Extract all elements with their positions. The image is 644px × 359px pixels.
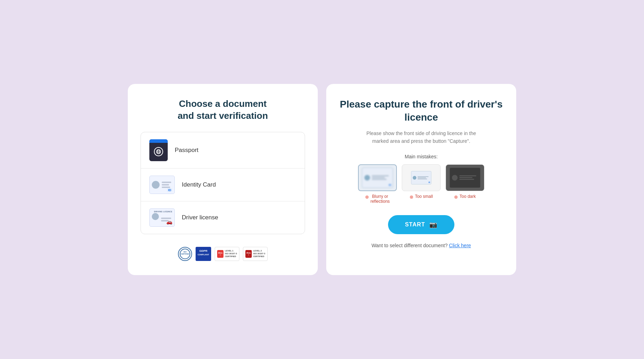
dark-card (449, 168, 481, 188)
left-panel: Choose a document and start verification (128, 84, 318, 275)
dl-car-icon: 🚗 (166, 219, 172, 225)
mistakes-grid: ID ⊗ Blurry or reflections (358, 164, 484, 204)
mistake-image-small: ID (402, 164, 441, 191)
badge-iso-circle: ISO CERTIFIED (178, 247, 192, 261)
badge-gdpr: GDPR COMPLIANT (196, 247, 211, 261)
identity-card-label: Identity Card (182, 181, 216, 188)
badge-iso-level1: iBeta ● LEVEL 1 ISO 30107-3 CERTIFIED (215, 247, 239, 261)
dark-x-icon: ⊗ (454, 194, 458, 200)
mistake-blurry: ID ⊗ Blurry or reflections (358, 164, 397, 204)
svg-text:GDPR: GDPR (199, 249, 207, 252)
dark-avatar (452, 175, 458, 181)
mistakes-label: Main mistakes: (405, 154, 437, 159)
mistake-label-blurry: ⊗ Blurry or reflections (365, 194, 390, 204)
cert-badges: ISO CERTIFIED GDPR COMPLIANT iBeta ● LEV… (178, 247, 268, 261)
id-lines (162, 182, 172, 188)
start-button-label: START (405, 221, 425, 228)
svg-text:COMPLIANT: COMPLIANT (198, 254, 209, 256)
mistake-label-dark: ⊗ Too dark (454, 194, 476, 200)
left-panel-title: Choose a document and start verification (178, 98, 268, 122)
doc-item-passport[interactable]: Passport (141, 132, 305, 169)
doc-item-driver-license[interactable]: DRIVING LICENCE 🚗 Driver license (141, 201, 305, 234)
capture-description: Please show the front side of driving li… (361, 129, 481, 145)
mistake-image-dark (446, 164, 484, 191)
blurry-badge: ID (389, 184, 391, 186)
blurry-card: ID (362, 168, 393, 188)
id-card-icon: ID (149, 176, 175, 194)
passport-label: Passport (175, 147, 198, 154)
right-panel-title: Please capture the front of driver's lic… (339, 98, 503, 124)
start-button[interactable]: START 📷 (388, 215, 454, 234)
mistake-label-small: ⊗ Too small (410, 194, 433, 200)
mistake-image-blurry: ID (358, 164, 397, 191)
dark-lines (459, 175, 478, 180)
blurry-x-icon: ⊗ (365, 194, 369, 200)
badge-iso-level2: iBeta ● LEVEL 2 ISO 30107-3 CERTIFIED (243, 247, 268, 261)
svg-text:ISO: ISO (184, 251, 187, 253)
svg-text:CERTIFIED: CERTIFIED (181, 253, 190, 255)
blurry-avatar (364, 175, 370, 181)
camera-icon: 📷 (429, 221, 437, 229)
id-badge: ID (167, 188, 172, 192)
document-list: Passport ID Identity Card (141, 132, 305, 234)
passport-globe (154, 147, 163, 156)
passport-icon (149, 139, 168, 161)
dl-avatar (152, 213, 159, 220)
select-different-label: Want to select different document? (371, 243, 448, 248)
select-different-text: Want to select different document? Click… (371, 243, 471, 248)
small-x-icon: ⊗ (410, 194, 413, 200)
app-container: Choose a document and start verification (128, 84, 516, 275)
click-here-link[interactable]: Click here (449, 243, 471, 248)
small-avatar (413, 176, 416, 180)
driver-license-icon: DRIVING LICENCE 🚗 (149, 208, 175, 227)
mistake-too-small: ID ⊗ Too small (402, 164, 441, 204)
mistake-too-dark: ⊗ Too dark (446, 164, 484, 204)
small-lines (418, 176, 430, 179)
blurry-lines (372, 175, 390, 180)
driver-license-label: Driver license (182, 214, 218, 221)
small-card: ID (411, 171, 431, 184)
doc-item-identity-card[interactable]: ID Identity Card (141, 169, 305, 201)
right-panel: Please capture the front of driver's lic… (326, 84, 516, 275)
small-badge: ID (429, 182, 430, 183)
id-avatar (152, 181, 160, 189)
